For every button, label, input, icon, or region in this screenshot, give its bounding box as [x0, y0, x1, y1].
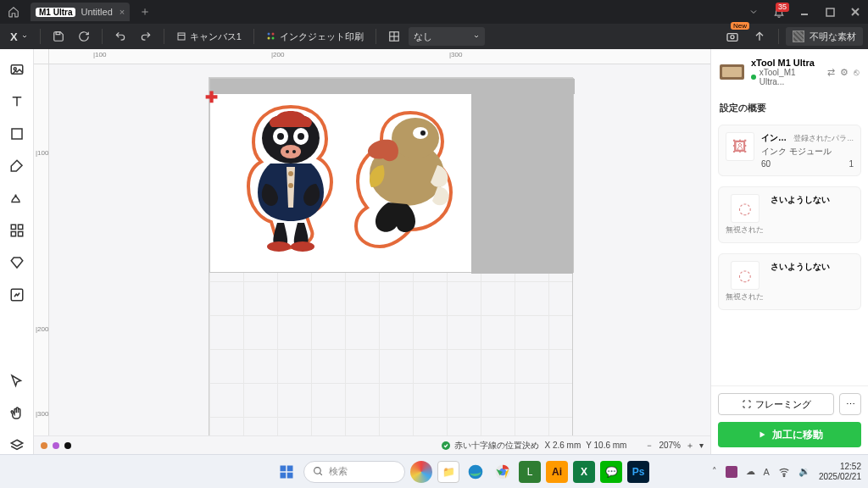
tray-onedrive-icon[interactable]: ☁: [746, 466, 755, 477]
taskbar-app-illustrator[interactable]: Ai: [546, 461, 568, 483]
status-dot-orange: [41, 442, 47, 449]
app-menu-button[interactable]: X: [5, 27, 33, 46]
tray-volume-icon[interactable]: 🔉: [798, 466, 810, 477]
tool-image[interactable]: [8, 61, 25, 78]
more-button[interactable]: ⋯: [839, 393, 861, 415]
svg-point-10: [271, 37, 274, 40]
home-button[interactable]: [0, 0, 27, 24]
ruler-corner: [34, 49, 49, 64]
taskbar-app-line2[interactable]: 💬: [600, 461, 622, 483]
svg-point-8: [271, 33, 274, 36]
svg-point-39: [420, 130, 426, 136]
svg-point-45: [314, 468, 321, 474]
svg-rect-43: [281, 472, 287, 478]
document-tab[interactable]: M1 Ultra Untitled ×: [31, 3, 130, 21]
work-mat: ✚: [209, 77, 573, 441]
artwork-pig-character[interactable]: [240, 103, 342, 263]
svg-line-46: [320, 473, 322, 475]
tool-hand[interactable]: [8, 405, 25, 422]
tool-trace[interactable]: [8, 286, 25, 303]
pos-x: X 2.6 mm: [544, 441, 581, 450]
taskbar-search[interactable]: 検索: [303, 461, 405, 483]
tray-clock[interactable]: 12:52 2025/02/21: [819, 462, 861, 482]
ruler-horizontal: |100 |200 |300: [49, 49, 710, 64]
material-button[interactable]: 不明な素材: [786, 27, 863, 46]
taskbar-app-chrome[interactable]: [492, 461, 514, 483]
taskbar-app-photoshop[interactable]: Ps: [627, 461, 649, 483]
device-settings-icon[interactable]: ⚙: [840, 67, 849, 78]
print-mode-label: インクジェット印刷: [280, 30, 364, 43]
tool-pen[interactable]: [8, 158, 25, 175]
tool-select[interactable]: [8, 373, 25, 390]
layer-thumb-icon: ◌: [731, 194, 760, 223]
tool-layers[interactable]: [8, 437, 25, 454]
device-eject-icon[interactable]: ⎋: [854, 67, 860, 78]
zoom-in[interactable]: ＋: [686, 440, 694, 452]
svg-rect-19: [11, 225, 15, 229]
tool-text[interactable]: [8, 93, 25, 110]
tool-library[interactable]: [8, 254, 25, 271]
layer-card[interactable]: ◌ 無視された さいようしない: [718, 186, 861, 243]
taskbar-app-excel[interactable]: X: [573, 461, 595, 483]
taskbar-app-copilot[interactable]: [410, 461, 432, 483]
svg-point-26: [277, 133, 284, 140]
svg-point-37: [392, 118, 439, 158]
layer-card[interactable]: ◌ 無視された さいようしない: [718, 253, 861, 310]
tool-shapes[interactable]: [8, 222, 25, 239]
ignored-tag: 無視された: [726, 291, 764, 302]
svg-point-47: [469, 464, 483, 479]
window-maximize-button[interactable]: [817, 0, 843, 24]
preset-dropdown[interactable]: なし: [409, 27, 485, 46]
ignored-tag: 無視された: [726, 225, 764, 236]
device-connection: xTool_M1 Ultra...: [751, 68, 821, 86]
preset-value: なし: [414, 30, 432, 43]
taskbar-app-line[interactable]: L: [519, 461, 541, 483]
tool-rectangle[interactable]: [8, 125, 25, 142]
canvas-menu[interactable]: キャンバス1: [171, 27, 247, 46]
material-label: 不明な素材: [810, 30, 856, 43]
svg-rect-22: [18, 232, 22, 236]
zoom-out[interactable]: －: [645, 440, 654, 452]
save-button[interactable]: [47, 27, 70, 46]
grid-toggle[interactable]: [383, 27, 405, 46]
svg-rect-18: [12, 129, 22, 139]
process-button[interactable]: 加工に移動: [718, 422, 861, 447]
pos-y: Y 10.6 mm: [586, 441, 626, 450]
svg-point-17: [14, 68, 16, 70]
svg-rect-20: [18, 225, 22, 229]
print-mode-button[interactable]: インクジェット印刷: [261, 27, 369, 46]
tray-wifi-icon[interactable]: [778, 466, 790, 478]
device-thumb-icon: [720, 64, 744, 80]
device-swap-icon[interactable]: ⇄: [827, 67, 835, 78]
new-tab-button[interactable]: ＋: [135, 3, 155, 21]
close-tab-icon[interactable]: ×: [120, 7, 125, 17]
layer-card[interactable]: 🖼 インクジェッ...登録されたパラ... インク モジュール 601: [718, 125, 861, 176]
window-close-button[interactable]: [843, 0, 868, 24]
window-minimize-button[interactable]: [792, 0, 817, 24]
paper-sheet: ✚: [209, 78, 574, 273]
framing-button[interactable]: フレーミング: [718, 393, 834, 415]
redo-button[interactable]: [135, 27, 157, 46]
notifications-button[interactable]: 35: [766, 0, 792, 24]
undo-button[interactable]: [109, 27, 131, 46]
reload-button[interactable]: [73, 27, 95, 46]
taskbar-start-button[interactable]: [275, 460, 298, 484]
tool-path[interactable]: [8, 190, 25, 207]
svg-rect-41: [281, 465, 287, 471]
canvas-viewport[interactable]: ✚: [49, 64, 710, 454]
svg-point-29: [281, 145, 301, 158]
origin-status: 赤い十字線の位置決め: [441, 440, 539, 452]
zoom-menu[interactable]: ▾: [699, 441, 704, 450]
tray-overflow-icon[interactable]: ˄: [712, 466, 717, 477]
chevron-down-icon[interactable]: [741, 0, 766, 24]
tray-ime-icon[interactable]: A: [764, 467, 770, 477]
camera-overlay-button[interactable]: New: [721, 27, 744, 46]
svg-rect-5: [178, 33, 185, 40]
send-button[interactable]: [748, 27, 771, 46]
taskbar-search-placeholder: 検索: [329, 465, 348, 478]
document-name: Untitled: [81, 7, 112, 17]
artwork-duck-character[interactable]: [337, 108, 456, 252]
tray-app-icon[interactable]: [726, 466, 737, 478]
taskbar-app-edge[interactable]: [465, 461, 487, 483]
taskbar-app-explorer[interactable]: 📁: [437, 461, 459, 483]
